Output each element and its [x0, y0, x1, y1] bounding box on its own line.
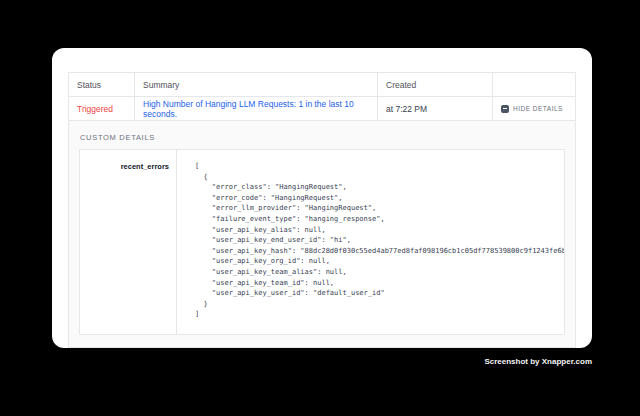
hide-details-label: HIDE DETAILS — [513, 105, 563, 112]
recent-errors-json: [ { "error_class": "HangingRequest", "er… — [195, 161, 548, 320]
alerts-card: Status Summary Created Triggered High Nu… — [52, 48, 592, 348]
custom-details-heading: CUSTOM DETAILS — [80, 133, 565, 142]
column-header-created: Created — [377, 73, 492, 96]
details-key-column: recent_errors — [80, 150, 177, 334]
expanded-details-section: CUSTOM DETAILS recent_errors [ { "error_… — [69, 121, 575, 347]
details-value-column: [ { "error_class": "HangingRequest", "er… — [177, 150, 564, 334]
table-row: Triggered High Number of Hanging LLM Req… — [69, 97, 575, 121]
hide-details-button[interactable]: HIDE DETAILS — [501, 105, 563, 113]
custom-details-panel: recent_errors [ { "error_class": "Hangin… — [79, 149, 565, 335]
column-header-status: Status — [69, 73, 134, 96]
column-header-summary: Summary — [134, 73, 377, 96]
summary-cell: High Number of Hanging LLM Requests: 1 i… — [134, 97, 377, 120]
details-field-name: recent_errors — [121, 162, 169, 171]
table-header-row: Status Summary Created — [69, 73, 575, 97]
column-header-actions — [492, 73, 575, 96]
created-cell: at 7:22 PM — [377, 97, 492, 120]
alert-summary-link[interactable]: High Number of Hanging LLM Requests: 1 i… — [143, 99, 377, 119]
status-cell: Triggered — [69, 97, 134, 120]
status-badge: Triggered — [77, 104, 113, 114]
actions-cell: HIDE DETAILS — [492, 97, 575, 120]
created-timestamp: at 7:22 PM — [386, 104, 427, 114]
alerts-table: Status Summary Created Triggered High Nu… — [68, 72, 576, 348]
watermark-text: Screenshot by Xnapper.com — [484, 357, 592, 366]
collapse-minus-icon — [501, 105, 509, 113]
